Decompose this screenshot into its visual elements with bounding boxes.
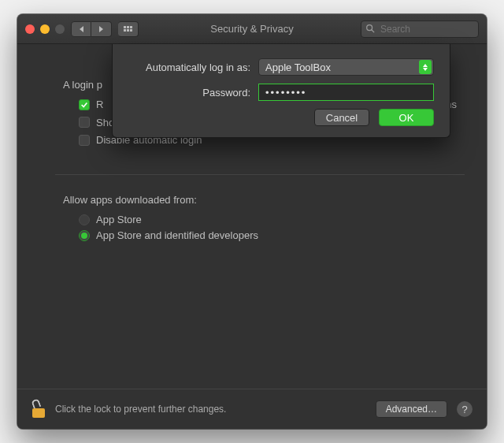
lock-hint-text: Click the lock to prevent further change… [55,404,366,415]
select-stepper-icon [419,60,432,74]
forward-button[interactable] [91,21,112,37]
close-window-button[interactable] [25,24,35,34]
grid-icon [124,26,132,32]
zoom-window-button[interactable] [55,24,65,34]
appstore-identified-row: App Store and identified developers [79,229,457,241]
svg-point-0 [367,24,372,30]
auto-login-label: Automatically log in as: [128,61,258,73]
svg-line-1 [372,29,374,32]
advanced-button[interactable]: Advanced… [376,400,447,418]
show-all-group [118,21,139,37]
footer: Click the lock to prevent further change… [17,389,487,429]
appstore-only-radio[interactable] [79,214,90,225]
nav-back-forward [71,21,112,37]
appstore-identified-radio[interactable] [79,230,90,241]
auto-login-user-value: Apple ToolBox [265,61,331,73]
titlebar: Security & Privacy [17,14,487,44]
password-input[interactable] [258,84,434,101]
appstore-only-row: App Store [79,214,457,225]
cancel-button[interactable]: Cancel [314,109,369,126]
show-all-button[interactable] [118,21,139,37]
chevron-right-icon [99,26,103,32]
search-icon [365,24,375,33]
auto-login-password-row: Password: [128,84,434,101]
auto-login-user-row: Automatically log in as: Apple ToolBox [128,58,434,76]
show-message-checkbox[interactable] [79,117,90,128]
section-divider [55,174,465,175]
search-input[interactable] [361,20,479,38]
require-password-label-left: R [96,99,103,110]
help-button[interactable]: ? [457,401,472,417]
lock-icon[interactable] [32,400,46,418]
search-field-wrap [361,20,479,38]
auto-login-user-select[interactable]: Apple ToolBox [258,58,434,76]
preferences-window: Security & Privacy A login p R gins Show… [17,14,487,429]
ok-button[interactable]: OK [379,109,434,126]
disable-auto-login-checkbox[interactable] [79,135,90,146]
appstore-identified-label: App Store and identified developers [96,229,258,241]
chevron-left-icon [80,26,83,32]
sheet-button-row: Cancel OK [128,109,434,126]
allow-apps-heading: Allow apps downloaded from: [63,194,457,206]
back-button[interactable] [71,21,91,37]
minimize-window-button[interactable] [40,24,50,34]
window-controls [25,24,65,34]
auto-login-sheet: Automatically log in as: Apple ToolBox P… [112,44,450,138]
require-password-checkbox[interactable] [79,99,90,110]
password-label: Password: [128,87,258,99]
appstore-only-label: App Store [96,214,142,225]
